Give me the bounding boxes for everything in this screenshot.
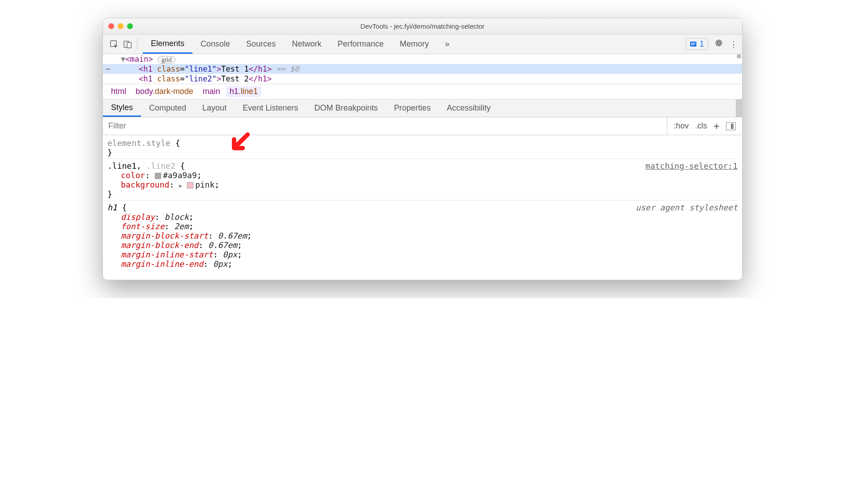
cls-toggle[interactable]: .cls [695,121,707,131]
subtab-accessibility[interactable]: Accessibility [439,99,499,117]
tab-sources[interactable]: Sources [238,34,284,54]
device-toggle-icon[interactable] [121,38,134,51]
tab-performance[interactable]: Performance [329,34,392,54]
window-title: DevTools - jec.fyi/demo/matching-selecto… [103,22,742,30]
issues-button[interactable]: 1 [686,38,708,50]
inspect-icon[interactable] [107,38,121,51]
rule-source-link[interactable]: matching-selector:1 [645,161,738,171]
svg-rect-5 [691,44,694,45]
ua-decl: display: block; [107,212,738,222]
grid-badge[interactable]: grid [158,56,176,64]
subtab-event-listeners[interactable]: Event Listeners [235,99,306,117]
dom-node-h1-line1[interactable]: <h1 class="line1">Test 1</h1> == $0 [103,64,742,74]
breadcrumb: html body.dark-mode main h1.line1 [103,84,742,99]
dom-node-main[interactable]: ▼<main> grid [103,54,742,64]
sidebar-toggle-icon[interactable] [726,122,736,130]
svg-rect-3 [690,42,696,47]
titlebar: DevTools - jec.fyi/demo/matching-selecto… [103,18,742,34]
kebab-menu-icon[interactable]: ⋮ [730,39,738,49]
rule-line1-line2[interactable]: .line1, .line2 { matching-selector:1 col… [107,160,738,201]
tab-memory[interactable]: Memory [392,34,437,54]
scrollbar[interactable] [736,99,742,117]
crumb-body[interactable]: body.dark-mode [132,86,197,97]
tab-console[interactable]: Console [192,34,238,54]
divider [137,38,137,50]
ua-decl: margin-inline-end: 0px; [107,259,738,269]
ua-source-label: user agent stylesheet [636,203,738,212]
main-toolbar: Elements Console Sources Network Perform… [103,34,742,54]
settings-icon[interactable] [714,38,723,50]
tab-more[interactable]: » [437,34,457,54]
sidebar-tabs: Styles Computed Layout Event Listeners D… [103,99,742,117]
panel-tabs: Elements Console Sources Network Perform… [143,34,457,54]
selector-line1[interactable]: .line1 [107,161,137,171]
styles-filter-bar: :hov .cls + [103,117,742,135]
crumb-html[interactable]: html [107,86,130,97]
subtab-dom-breakpoints[interactable]: DOM Breakpoints [306,99,386,117]
svg-rect-2 [127,43,131,48]
subtab-styles[interactable]: Styles [103,99,141,117]
subtab-properties[interactable]: Properties [386,99,439,117]
devtools-window: DevTools - jec.fyi/demo/matching-selecto… [102,18,743,280]
scroll-indicator[interactable] [737,54,741,59]
color-swatch-icon[interactable] [155,173,161,179]
filter-input[interactable] [103,117,667,135]
crumb-main[interactable]: main [199,86,224,97]
selector-line2[interactable]: .line2 [146,161,175,171]
crumb-h1[interactable]: h1.line1 [226,86,261,97]
ua-decl: margin-inline-start: 0px; [107,250,738,259]
svg-rect-4 [691,43,696,44]
ua-decl: font-size: 2em; [107,222,738,231]
decl-background[interactable]: background: ▶ pink; [107,180,738,189]
expand-icon[interactable]: ▶ [179,183,182,189]
decl-color[interactable]: color: #a9a9a9; [107,171,738,180]
issues-count: 1 [700,39,704,49]
hov-toggle[interactable]: :hov [674,121,689,131]
dom-tree[interactable]: ▼<main> grid <h1 class="line1">Test 1</h… [103,54,742,84]
new-rule-button[interactable]: + [713,120,720,132]
subtab-layout[interactable]: Layout [194,99,235,117]
ua-decl: margin-block-end: 0.67em; [107,240,738,250]
dom-node-h1-line2[interactable]: <h1 class="line2">Test 2</h1> [103,74,742,84]
color-swatch-icon[interactable] [187,182,193,188]
rule-user-agent-h1: h1 { user agent stylesheet display: bloc… [107,201,738,270]
rule-element-style[interactable]: element.style { } [107,137,738,159]
styles-pane: element.style { } .line1, .line2 { match… [103,135,742,280]
annotation-arrow-icon [228,131,252,160]
tab-network[interactable]: Network [284,34,329,54]
ua-decl: margin-block-start: 0.67em; [107,231,738,240]
subtab-computed[interactable]: Computed [141,99,194,117]
tab-elements[interactable]: Elements [143,34,192,54]
